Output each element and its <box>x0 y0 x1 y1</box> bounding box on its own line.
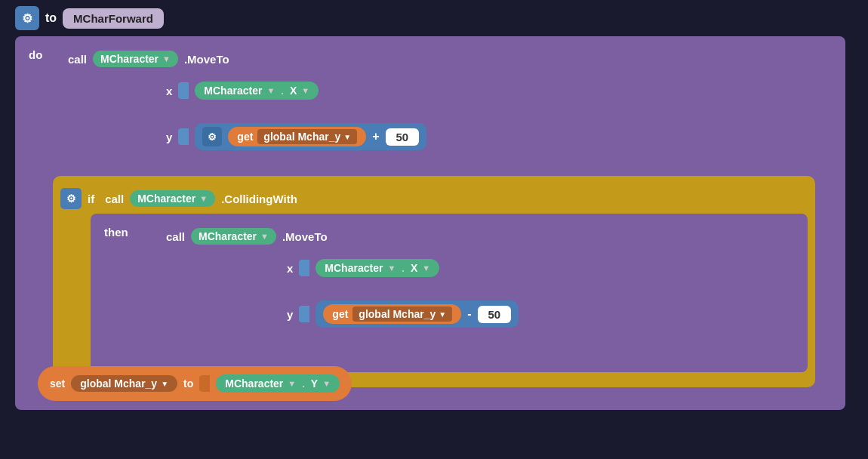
to-keyword: to <box>45 11 57 25</box>
call2-label: call <box>166 230 185 243</box>
header-gear-icon: ⚙ <box>15 6 39 30</box>
y-connector <box>178 128 189 145</box>
get-pill[interactable]: get global Mchar_y ▼ <box>228 127 366 146</box>
set-connector <box>199 375 210 392</box>
then-purple-body: then call MCharacter ▼ .MoveTo x MCharac… <box>91 214 808 372</box>
value-50-box[interactable]: 50 <box>386 128 420 146</box>
y-label: y <box>166 131 172 143</box>
global-var-dropdown[interactable]: global Mchar_y ▼ <box>257 129 357 144</box>
colliding-component[interactable]: MCharacter ▼ <box>130 190 215 207</box>
set-block[interactable]: set global Mchar_y ▼ to MCharacter ▼ . Y… <box>38 366 352 401</box>
y-label2: y <box>287 308 293 321</box>
x-label2: x <box>287 262 293 275</box>
y-gear-icon: ⚙ <box>202 127 222 146</box>
if-header: ⚙ if call MCharacter ▼ .CollidingWith <box>60 182 302 215</box>
call2-block[interactable]: call MCharacter ▼ .MoveTo <box>166 220 328 253</box>
minus-label: - <box>467 307 471 321</box>
x-row2: x MCharacter ▼ . X ▼ <box>287 259 439 277</box>
set-label: set <box>50 377 65 390</box>
x-row: x MCharacter ▼ . X ▼ <box>166 82 319 100</box>
y-expression-block[interactable]: ⚙ get global Mchar_y ▼ + 50 <box>195 123 426 150</box>
x-value-block[interactable]: MCharacter ▼ . X ▼ <box>195 82 319 100</box>
call1-block[interactable]: call MCharacter ▼ .MoveTo <box>68 42 229 75</box>
get-pill2[interactable]: get global Mchar_y ▼ <box>323 304 461 324</box>
then-label: then <box>104 226 128 239</box>
y-row: y ⚙ get global Mchar_y ▼ + 50 <box>166 123 426 150</box>
colliding-call-block[interactable]: call MCharacter ▼ .CollidingWith <box>100 190 302 207</box>
value-50-box2[interactable]: 50 <box>478 306 512 323</box>
call-label2: call <box>105 193 124 205</box>
call2-method: .MoveTo <box>282 230 328 243</box>
y-row2: y get global Mchar_y ▼ - 50 <box>287 300 519 328</box>
y-expression-block2[interactable]: get global Mchar_y ▼ - 50 <box>315 300 519 328</box>
x-value-block2[interactable]: MCharacter ▼ . X ▼ <box>315 259 439 277</box>
set-var-dropdown[interactable]: global Mchar_y ▼ <box>71 375 177 392</box>
main-purple-body: do call MCharacter ▼ .MoveTo x MCharacte… <box>15 36 845 410</box>
if-gold-container: ⚙ if call MCharacter ▼ .CollidingWith ot… <box>53 176 815 387</box>
if-gear-icon: ⚙ <box>60 188 82 209</box>
func-name-label[interactable]: MCharForward <box>63 8 164 29</box>
x-connector2 <box>299 260 309 276</box>
colliding-method: .CollidingWith <box>221 193 297 205</box>
do-label: do <box>29 48 42 61</box>
function-header: ⚙ to MCharForward <box>15 6 164 30</box>
if-label: if <box>88 193 94 205</box>
canvas: ⚙ to MCharForward do call MCharacter ▼ .… <box>0 0 868 459</box>
set-value-block[interactable]: MCharacter ▼ . Y ▼ <box>216 374 340 393</box>
x-connector <box>178 82 189 99</box>
y-connector2 <box>299 306 309 322</box>
x-label: x <box>166 85 172 97</box>
plus-label: + <box>372 130 379 143</box>
global-var-dropdown2[interactable]: global Mchar_y ▼ <box>352 307 452 322</box>
call1-label: call <box>68 53 87 66</box>
call1-method: .MoveTo <box>184 53 229 66</box>
call1-component[interactable]: MCharacter ▼ <box>93 51 178 67</box>
call2-component[interactable]: MCharacter ▼ <box>191 228 276 245</box>
set-to-label: to <box>183 377 193 390</box>
